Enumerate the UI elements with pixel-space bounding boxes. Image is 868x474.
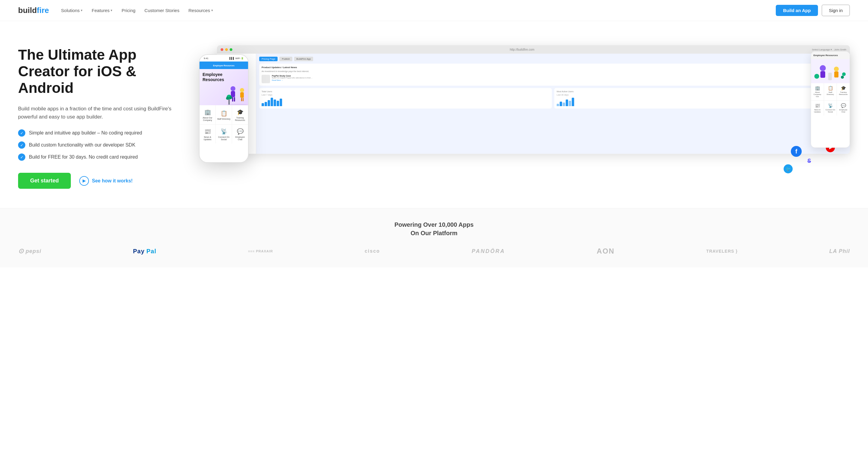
browser-dot-red (221, 48, 223, 51)
hero-left: The Ultimate App Creator for iOS & Andro… (18, 47, 181, 189)
news-icon: 📰 (204, 128, 211, 135)
nav-links: Solutions ▾ Features ▾ Pricing Customer … (61, 8, 213, 13)
check-icon-1: ✓ (18, 129, 25, 137)
aon-logo: AON (597, 247, 615, 256)
navbar-left: buildfire Solutions ▾ Features ▾ Pricing… (18, 6, 213, 15)
pepsi-circle-icon: ⊙ (18, 247, 24, 255)
panel-news-label: News & Updates (812, 109, 823, 113)
panel-chat-icon: 💬 (841, 103, 846, 108)
phone-grid-news[interactable]: 📰 News & Updates (199, 124, 216, 144)
read-more-link[interactable]: Read More → (272, 79, 313, 81)
browser-dot-yellow (225, 48, 228, 51)
svg-rect-2 (231, 91, 235, 97)
abar-1 (557, 104, 559, 106)
twitter-icon: 🐦 (784, 164, 793, 173)
browser-tab-publish[interactable]: Publish (279, 57, 292, 61)
about-icon: 🏢 (204, 109, 211, 116)
panel-item-training[interactable]: 🎓 Training Resources (837, 83, 849, 100)
play-icon: ▶ (79, 176, 89, 186)
phone-signal: ▌▌▌ WiFi 🔋 (230, 57, 244, 60)
navbar: buildfire Solutions ▾ Features ▾ Pricing… (0, 0, 868, 21)
svg-point-21 (841, 76, 844, 79)
bar-2 (265, 102, 267, 106)
nav-resources[interactable]: Resources ▾ (188, 8, 213, 13)
phone-grid-training[interactable]: 🎓 Training Resources (232, 105, 248, 124)
hero-bullets: ✓ Simple and intuitive app builder – No … (18, 129, 181, 161)
panel-social-icon: 📡 (828, 103, 833, 108)
bar-5 (274, 99, 276, 106)
total-users-chart (261, 97, 550, 106)
bullet-1: ✓ Simple and intuitive app builder – No … (18, 129, 181, 137)
phone-hero-area: Employee Resources (199, 69, 248, 105)
sign-in-button[interactable]: Sign in (822, 4, 850, 16)
hero-cta: Get started ▶ See how it works! (18, 173, 181, 189)
browser-window: http://buildfire.com Select Language ▾ J… (217, 45, 850, 154)
hero-subtitle: Build mobile apps in a fraction of the t… (18, 105, 181, 121)
cisco-logo: cisco (365, 248, 380, 254)
panel-item-about[interactable]: 🏢 About Company Our (811, 83, 824, 100)
phone-header: Employee Resources (199, 61, 248, 69)
total-users-card: Total Users Last 7 days (259, 88, 552, 109)
panel-mockup: Employee Resources 🏢 About Compa (811, 51, 850, 148)
panel-header: Employee Resources (811, 52, 849, 59)
phone-app-title: Employee Resources (202, 64, 246, 67)
phone-grid-chat[interactable]: 💬 Employee Chat (232, 124, 248, 144)
chevron-down-icon: ▾ (211, 8, 213, 12)
phone-grid-staff[interactable]: 📋 Staff Directory (216, 105, 232, 124)
panel-item-chat[interactable]: 💬 Employee Chat (837, 101, 849, 116)
nav-solutions[interactable]: Solutions ▾ (61, 8, 83, 13)
phone-status-bar: 9:41 ▌▌▌ WiFi 🔋 (199, 55, 248, 61)
panel-item-social[interactable]: 📡 Connect On Social (824, 101, 837, 116)
see-how-link[interactable]: ▶ See how it works! (79, 176, 133, 186)
active-users-label: Most Active Users (557, 90, 844, 93)
svg-point-12 (229, 96, 232, 99)
nav-customer-stories[interactable]: Customer Stories (144, 8, 179, 13)
svg-rect-3 (232, 97, 233, 101)
svg-rect-8 (243, 98, 244, 101)
product-updates-card: Product Updates / Latest News An investm… (259, 64, 847, 86)
product-updates-title: Product Updates / Latest News (261, 66, 844, 69)
phone-grid-social[interactable]: 📡 Connect On Social (216, 124, 232, 144)
browser-tab-app[interactable]: BuildFire App (294, 57, 313, 61)
story-card: PayPal Study Case Build Fire helped Payp… (261, 75, 844, 83)
get-started-button[interactable]: Get started (18, 173, 71, 189)
training-icon: 🎓 (237, 109, 244, 116)
browser-tab-pricing[interactable]: Pricing Page (259, 57, 278, 61)
stripe-icon: S̶ (807, 158, 811, 164)
svg-point-11 (226, 97, 229, 100)
bullet-3: ✓ Build for FREE for 30 days. No credit … (18, 153, 181, 161)
chevron-down-icon: ▾ (81, 8, 83, 12)
logos-title: Powering Over 10,000 Apps On Our Platfor… (395, 220, 474, 237)
abar-2 (560, 101, 562, 106)
chevron-down-icon: ▾ (111, 8, 113, 12)
browser-main: Pricing Page Publish BuildFire App Produ… (256, 54, 850, 154)
panel-staff-label: Staff Directory (825, 91, 835, 96)
logo[interactable]: buildfire (18, 6, 49, 15)
browser-dot-green (230, 48, 232, 51)
svg-rect-4 (234, 97, 235, 101)
logos-section: Powering Over 10,000 Apps On Our Platfor… (0, 208, 868, 267)
story-desc: Build Fire helped Paypal who attendance … (272, 77, 313, 79)
bar-7 (280, 98, 282, 106)
svg-rect-18 (828, 73, 832, 80)
hero-right: http://buildfire.com Select Language ▾ J… (193, 45, 850, 190)
panel-chat-label: Employee Chat (838, 109, 848, 113)
panel-item-news[interactable]: 📰 News & Updates (811, 101, 824, 116)
navbar-right: Build an App Sign in (776, 4, 850, 16)
phone-grid-about[interactable]: 🏢 About Our Company (199, 105, 216, 124)
hero-title: The Ultimate App Creator for iOS & Andro… (18, 47, 181, 96)
build-app-button[interactable]: Build an App (776, 5, 818, 16)
panel-illustration (814, 61, 847, 82)
nav-features[interactable]: Features ▾ (92, 8, 113, 13)
browser-bar: http://buildfire.com Select Language ▾ J… (217, 45, 850, 54)
abar-4 (566, 99, 568, 106)
panel-item-staff[interactable]: 📋 Staff Directory (824, 83, 837, 100)
phone-illustration (225, 80, 248, 105)
svg-point-16 (834, 67, 839, 71)
phone-grid: 🏢 About Our Company 📋 Staff Directory 🎓 … (199, 105, 248, 144)
browser-content: buildfire Dashboard 🏢 About Company 📋 St… (217, 54, 850, 154)
laphil-logo: LA Phil (830, 248, 850, 255)
svg-point-14 (820, 65, 826, 71)
nav-pricing[interactable]: Pricing (121, 8, 135, 13)
bullet-2: ✓ Build custom functionality with our de… (18, 141, 181, 149)
